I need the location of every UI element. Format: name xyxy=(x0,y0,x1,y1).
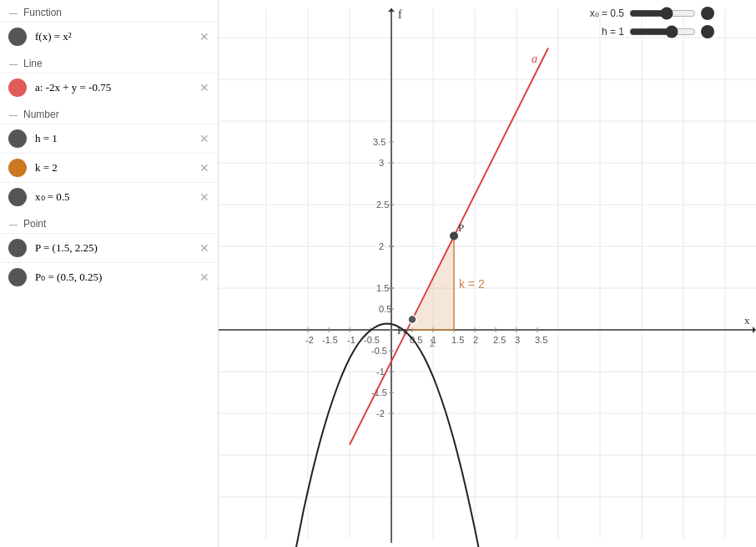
point-P-graph-label: P xyxy=(458,221,464,234)
x0-slider-input[interactable] xyxy=(629,7,696,20)
k-close-button[interactable]: ✕ xyxy=(199,161,209,175)
collapse-function-icon[interactable] xyxy=(8,8,18,18)
fx-color-dot[interactable] xyxy=(8,28,27,46)
h-slider-row: h = 1 xyxy=(578,25,714,38)
svg-rect-0 xyxy=(219,0,756,547)
grid xyxy=(219,8,756,539)
point-item-P0: P₀ = (0.5, 0.25) ✕ xyxy=(0,262,218,291)
svg-text:-1: -1 xyxy=(376,367,385,377)
x-axis-arrow xyxy=(753,327,756,333)
x0-slider-label: x₀ = 0.5 xyxy=(578,8,624,19)
x0-close-button[interactable]: ✕ xyxy=(199,190,209,204)
svg-text:1.5: 1.5 xyxy=(376,283,389,293)
svg-text:-1: -1 xyxy=(347,335,355,345)
svg-text:3: 3 xyxy=(515,335,520,345)
number-item-x0: x₀ = 0.5 ✕ xyxy=(0,182,218,211)
y-axis-arrow xyxy=(388,8,395,12)
section-number-label: Number xyxy=(23,109,59,120)
P-color-dot[interactable] xyxy=(8,239,27,257)
section-point: Point xyxy=(0,211,218,233)
svg-text:-1.5: -1.5 xyxy=(322,335,338,345)
section-function: Function xyxy=(0,0,218,22)
h-color-dot[interactable] xyxy=(8,129,27,148)
svg-text:3.5: 3.5 xyxy=(535,335,547,345)
point-item-P: P = (1.5, 2.25) ✕ xyxy=(0,233,218,262)
x-axis-label: x xyxy=(744,314,750,327)
sliders-container: x₀ = 0.5 h = 1 xyxy=(578,7,714,38)
h-slider-label: h = 1 xyxy=(578,26,624,38)
collapse-line-icon[interactable] xyxy=(8,58,18,68)
svg-text:2.5: 2.5 xyxy=(376,200,389,210)
h-slider-dot xyxy=(701,25,714,38)
x0-color-dot[interactable] xyxy=(8,188,27,206)
line-a-color-dot[interactable] xyxy=(8,79,27,97)
h-slider-input[interactable] xyxy=(629,25,696,38)
parabola-curve xyxy=(295,324,479,548)
P-close-button[interactable]: ✕ xyxy=(199,241,209,255)
svg-text:2: 2 xyxy=(473,335,478,345)
number-item-h: h = 1 ✕ xyxy=(0,124,218,153)
svg-text:-2: -2 xyxy=(305,335,314,345)
x0-slider-row: x₀ = 0.5 xyxy=(578,7,714,20)
svg-text:3: 3 xyxy=(379,158,384,168)
k-label: k = 2 xyxy=(35,161,191,175)
section-point-label: Point xyxy=(23,218,46,230)
k-label: k = 2 xyxy=(459,277,485,291)
svg-text:2: 2 xyxy=(379,241,384,251)
P0-label: P₀ = (0.5, 0.25) xyxy=(35,271,191,284)
graph-canvas[interactable]: x₀ = 0.5 h = 1 // Graph coordinate mappi… xyxy=(219,0,756,547)
section-line: Line xyxy=(0,51,218,73)
point-P0-graph-label: P₀ xyxy=(397,324,407,337)
h-label: h = 1 xyxy=(35,132,191,145)
P-label: P = (1.5, 2.25) xyxy=(35,241,191,255)
collapse-number-icon[interactable] xyxy=(8,109,18,119)
svg-text:1.5: 1.5 xyxy=(451,335,464,345)
one-label: 1 xyxy=(429,337,435,349)
svg-text:2.5: 2.5 xyxy=(493,335,506,345)
function-item-fx: f(x) = x² ✕ xyxy=(0,22,218,51)
section-function-label: Function xyxy=(23,7,62,18)
svg-text:-0.5: -0.5 xyxy=(371,346,387,356)
point-P-dot[interactable] xyxy=(450,232,458,241)
h-close-button[interactable]: ✕ xyxy=(199,132,209,145)
svg-text:-2: -2 xyxy=(376,408,385,418)
fx-close-button[interactable]: ✕ xyxy=(199,30,209,43)
svg-text:0.5: 0.5 xyxy=(379,304,391,314)
svg-text:3.5: 3.5 xyxy=(373,137,386,147)
number-item-k: k = 2 ✕ xyxy=(0,153,218,182)
x0-slider-dot xyxy=(701,7,714,20)
section-line-label: Line xyxy=(23,58,43,69)
sidebar: Function f(x) = x² ✕ Line a: -2x + y = -… xyxy=(0,0,219,547)
graph-svg: // Graph coordinate mapping // x range: … xyxy=(219,0,756,547)
line-a-label: a: -2x + y = -0.75 xyxy=(35,81,191,94)
x0-label: x₀ = 0.5 xyxy=(35,190,191,204)
point-P0-dot[interactable] xyxy=(408,316,416,324)
line-a-graph-label: a xyxy=(532,53,537,65)
fx-label: f(x) = x² xyxy=(35,30,191,43)
section-number: Number xyxy=(0,102,218,124)
P0-close-button[interactable]: ✕ xyxy=(199,271,209,284)
y-axis-label: f xyxy=(398,8,402,21)
svg-text:-0.5: -0.5 xyxy=(364,335,380,345)
line-a-close-button[interactable]: ✕ xyxy=(199,81,209,94)
line-item-a: a: -2x + y = -0.75 ✕ xyxy=(0,73,218,102)
P0-color-dot[interactable] xyxy=(8,268,27,286)
y-ticks: 3.5 3 2.5 2 1.5 0.5 -0.5 -1 -1.5 -2 xyxy=(371,137,394,418)
collapse-point-icon[interactable] xyxy=(8,219,18,229)
k-color-dot[interactable] xyxy=(8,159,27,177)
